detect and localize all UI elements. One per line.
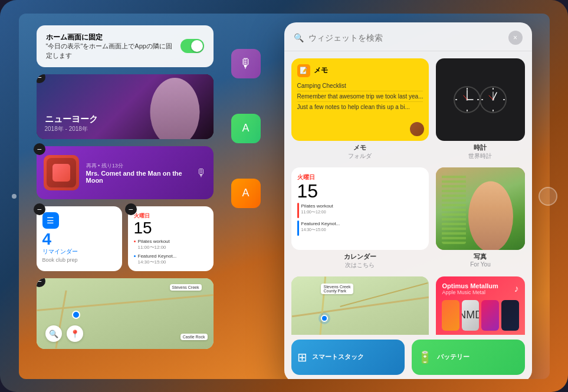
app-icons-area: 🎙 A A [231, 49, 278, 220]
cal-event1-time: 11:00〜12:00 [138, 245, 170, 251]
calendar-widget-gallery[interactable]: 火曜日 15 Pilates workout 11:00〜12:00 [291, 167, 429, 250]
podcasts-app-icon[interactable]: 🎙 [231, 49, 261, 78]
left-panel: ホーム画面に固定 "今日の表示"をホーム画面上でAppの隣に固定します − ニュ… [37, 25, 214, 367]
map-widget-gallery[interactable]: Stevens CreekCounty Park Castle RockStat… [291, 276, 429, 335]
album-grid: NMD [442, 300, 518, 331]
map-gallery-label-1: Stevens CreekCounty Park [321, 284, 354, 294]
gallery-search-input[interactable] [308, 33, 504, 42]
podcast-widget-left[interactable]: − 再再 • 残り13分 Mrs. Comet and the Man on t… [37, 146, 214, 199]
ipad-screen: ホーム画面に固定 "今日の表示"をホーム画面上でAppの隣に固定します − ニュ… [19, 14, 550, 379]
reminder-sublabel: Book club prep [42, 257, 116, 263]
cal-bar-2 [297, 220, 299, 236]
music-app-name: Optimus Metallum [442, 282, 498, 289]
music-widget-cell[interactable]: Optimus Metallum Apple Music Metal ♪ NMD [436, 276, 524, 335]
cal-gallery-event-1: Pilates workout 11:00〜12:00 [297, 203, 423, 218]
photo-widget-gallery[interactable] [436, 167, 524, 250]
calendar-widget-cell[interactable]: 火曜日 15 Pilates workout 11:00〜12:00 [291, 167, 429, 269]
map-label-1: Stevens Creek [170, 284, 202, 291]
gallery-bottom: ⊞ スマートスタック 🔋 バッテリー [284, 335, 532, 379]
cal-ev1-time: 11:00〜12:00 [301, 209, 333, 215]
notes-avatar [410, 122, 424, 136]
smart-stack-label: スマートスタック [312, 353, 364, 361]
photos-wsub: For You [436, 261, 524, 268]
photos-widget-cell[interactable]: 写真 For You [436, 167, 524, 269]
movie-widget[interactable]: − ニューヨーク 2018年 - 2018年 [37, 74, 214, 139]
cal-date: 15 [134, 220, 208, 236]
pin-banner: ホーム画面に固定 "今日の表示"をホーム画面上でAppの隣に固定します [37, 25, 214, 68]
podcast-name: Mrs. Comet and the Man on the Moon [86, 170, 189, 184]
notes-item-1: Camping Checklist [297, 81, 423, 91]
reminder-widget[interactable]: − ☰ 4 リマインダー Book club prep [37, 206, 122, 271]
cal-gallery-events: Pilates workout 11:00〜12:00 Featured Key… [297, 203, 423, 236]
notes-wsub: フォルダ [291, 152, 429, 160]
cal-ev1-name: Pilates workout [301, 203, 333, 209]
cal-gallery-event-2: Featured Keynot... 14:30〜15:00 [297, 220, 423, 236]
clock-svg [451, 70, 510, 129]
clock-widget-cell[interactable]: 時計 世界時計 [436, 58, 524, 160]
notes-list: Camping Checklist Remember that awesome … [297, 81, 423, 112]
map-blue-pin [72, 311, 80, 319]
battery-item[interactable]: 🔋 バッテリー [412, 340, 525, 375]
notes-item-2: Remember that awesome trip we took last … [297, 91, 423, 102]
gallery-close-button[interactable]: × [508, 31, 523, 45]
ipad-frame: ホーム画面に固定 "今日の表示"をホーム画面上でAppの隣に固定します − ニュ… [0, 0, 568, 392]
calendar-widget-small[interactable]: − 火曜日 15 Pilates workout 11:00〜12:00 Fea [128, 206, 214, 271]
widget-gallery: 🔍 × 📝 メモ Camping Chec [284, 22, 532, 379]
calendar-wname: カレンダー [291, 252, 429, 261]
pin-banner-title: ホーム画面に固定 [46, 32, 175, 42]
home-button[interactable] [539, 187, 557, 206]
notes-app-icon: 📝 [297, 64, 310, 77]
photos-wname: 写真 [436, 252, 524, 261]
smart-stack-item[interactable]: ⊞ スマートスタック [291, 340, 405, 375]
maps-widget-cell[interactable]: Stevens CreekCounty Park Castle RockStat… [291, 276, 429, 335]
reminder-icon: ☰ [42, 212, 59, 229]
photos-label: 写真 For You [436, 252, 524, 268]
pin-banner-description: "今日の表示"をホーム画面上でAppの隣に固定します [46, 42, 175, 60]
album-3 [481, 300, 499, 331]
side-dot [12, 194, 17, 199]
podcast-icon: 🎙 [196, 167, 206, 179]
map-label-2: Castle Rock [180, 334, 208, 340]
map-widget-small[interactable]: − Stevens Creek Castle Rock 🔍 📍 [37, 278, 214, 349]
cal-event2-time: 14:30〜15:00 [138, 259, 177, 265]
clock-label: 時計 世界時計 [436, 143, 524, 160]
map-pin-icon[interactable]: 📍 [67, 325, 83, 342]
album-1 [442, 300, 459, 331]
album-4 [501, 300, 519, 331]
battery-label: バッテリー [437, 353, 469, 361]
music-artist: Apple Music Metal [442, 289, 498, 295]
green-app-icon[interactable]: A [231, 114, 261, 143]
gallery-content: 📝 メモ Camping Checklist Remember that awe… [284, 51, 532, 335]
reminder-remove[interactable]: − [34, 203, 45, 215]
orange-app-icon[interactable]: A [231, 179, 261, 208]
reminder-count: 4 [42, 231, 116, 248]
notes-widget-gallery[interactable]: 📝 メモ Camping Checklist Remember that awe… [291, 58, 429, 141]
cal-gallery-num: 15 [297, 182, 423, 200]
calendar-wsub: 次はこちら [291, 261, 429, 269]
music-header: Optimus Metallum Apple Music Metal ♪ [442, 282, 518, 295]
notes-title: メモ [314, 65, 328, 75]
svg-line-17 [489, 95, 493, 100]
notes-header: 📝 メモ [297, 64, 423, 77]
map-search-icon[interactable]: 🔍 [45, 325, 62, 342]
podcast-widget-remove[interactable]: − [34, 143, 45, 155]
calendar-remove[interactable]: − [125, 203, 137, 215]
svg-line-15 [493, 93, 497, 100]
home-pin-toggle[interactable] [180, 39, 204, 53]
notes-item-3: Just a few notes to help clean this up a… [297, 102, 423, 112]
clock-wname: 時計 [436, 143, 524, 152]
movie-title: ニューヨーク [45, 114, 98, 125]
cal-ev2-name: Featured Keynot... [301, 220, 340, 227]
map-gallery-blue-dot [321, 315, 328, 322]
cal-event-1: Pilates workout 11:00〜12:00 [134, 239, 208, 251]
music-widget-gallery[interactable]: Optimus Metallum Apple Music Metal ♪ NMD [436, 276, 524, 335]
widgets-row: − ☰ 4 リマインダー Book club prep − 火曜日 15 Pil… [37, 206, 214, 271]
album-2: NMD [462, 300, 480, 331]
podcast-label: 再再 • 残り13分 [86, 162, 189, 170]
cal-event1-name: Pilates workout [138, 239, 170, 245]
clock-widget-gallery[interactable] [436, 58, 524, 141]
calendar-gallery-label: カレンダー 次はこちら [291, 252, 429, 269]
podcast-info: 再再 • 残り13分 Mrs. Comet and the Man on the… [86, 162, 189, 184]
music-note-icon: ♪ [514, 284, 519, 294]
notes-widget-cell[interactable]: 📝 メモ Camping Checklist Remember that awe… [291, 58, 429, 160]
